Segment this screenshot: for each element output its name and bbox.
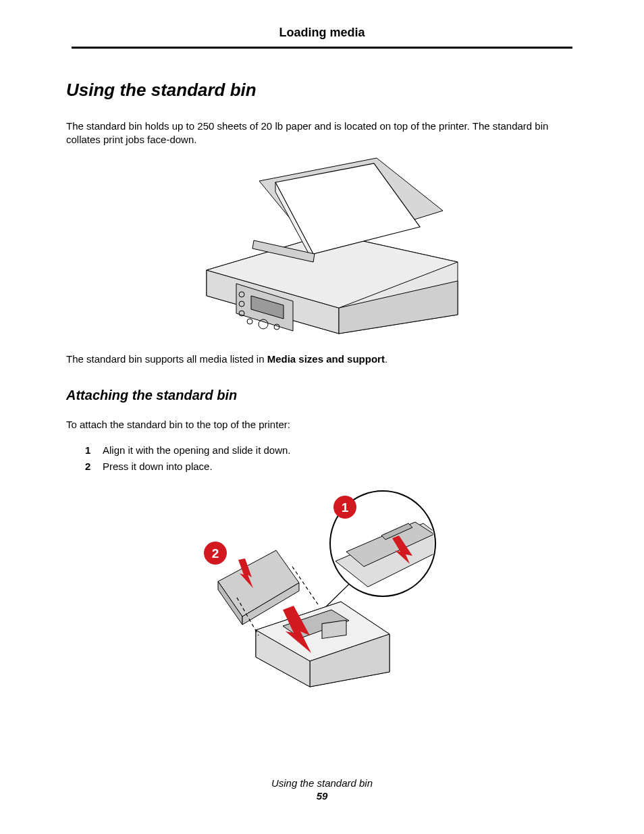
figure-attaching-bin: 1 2 xyxy=(66,486,578,691)
subsection-lead: To attach the standard bin to the top of… xyxy=(66,418,578,432)
step-text: Press it down into place. xyxy=(103,461,213,472)
svg-point-3 xyxy=(247,319,252,324)
intro-paragraph: The standard bin holds up to 250 sheets … xyxy=(66,120,578,147)
figure-printer-standard-bin xyxy=(66,154,578,338)
supports-paragraph: The standard bin supports all media list… xyxy=(66,353,578,366)
callout-one-label: 1 xyxy=(342,500,349,515)
supports-suffix: . xyxy=(385,353,387,365)
footer-section-name: Using the standard bin xyxy=(0,777,644,789)
callout-two-label: 2 xyxy=(212,546,219,561)
supports-link[interactable]: Media sizes and support xyxy=(267,353,385,365)
subsection-title: Attaching the standard bin xyxy=(66,388,578,403)
footer-page-number: 59 xyxy=(0,790,644,802)
list-item: 1 Align it with the opening and slide it… xyxy=(85,442,578,459)
attaching-bin-illustration-icon: 1 2 xyxy=(180,486,464,688)
step-text: Align it with the opening and slide it d… xyxy=(103,444,291,456)
printer-illustration-icon xyxy=(174,154,470,335)
page-header-title: Loading media xyxy=(72,26,572,49)
page-footer: Using the standard bin 59 xyxy=(0,777,644,802)
step-number: 1 xyxy=(85,442,90,459)
step-number: 2 xyxy=(85,459,90,475)
supports-prefix: The standard bin supports all media list… xyxy=(66,353,267,365)
svg-rect-10 xyxy=(322,620,346,638)
steps-list: 1 Align it with the opening and slide it… xyxy=(85,442,578,475)
section-title: Using the standard bin xyxy=(66,80,578,101)
list-item: 2 Press it down into place. xyxy=(85,459,578,475)
